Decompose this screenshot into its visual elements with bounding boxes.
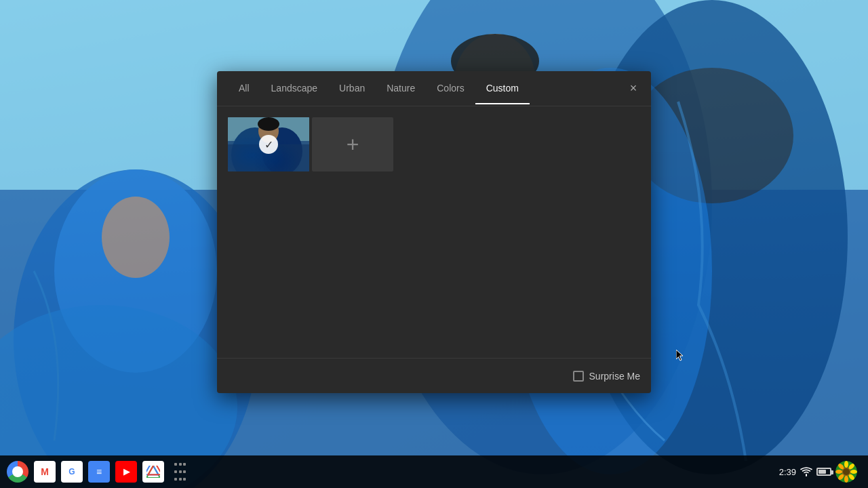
taskbar-app-grid[interactable]: [168, 460, 193, 484]
wallpaper-dialog: All Landscape Urban Nature Colors Custom…: [217, 71, 651, 393]
youtube-icon: ▶: [115, 461, 137, 483]
taskbar-app-youtube[interactable]: ▶: [114, 460, 138, 484]
svg-point-27: [850, 470, 857, 474]
tab-landscape[interactable]: Landscape: [260, 73, 329, 104]
taskbar-system-icons: 2:39: [779, 461, 857, 483]
check-mark: ✓: [259, 135, 278, 154]
taskbar-app-chrome[interactable]: [5, 460, 30, 484]
tab-urban[interactable]: Urban: [328, 73, 376, 104]
taskbar-app-google[interactable]: G: [60, 460, 84, 484]
taskbar-apps: M G ≡ ▶: [5, 460, 779, 484]
svg-point-25: [844, 461, 848, 468]
close-button[interactable]: ×: [624, 79, 643, 98]
drive-svg: [146, 466, 160, 478]
tab-bar: All Landscape Urban Nature Colors Custom: [228, 73, 640, 104]
taskbar-app-docs[interactable]: ≡: [87, 460, 111, 484]
gmail-icon: M: [34, 461, 56, 483]
google-icon: G: [61, 461, 83, 483]
tab-custom[interactable]: Custom: [475, 73, 530, 104]
selected-overlay: ✓: [228, 117, 309, 171]
tab-all[interactable]: All: [228, 73, 260, 104]
add-wallpaper-button[interactable]: +: [312, 117, 393, 171]
battery-icon: [816, 468, 831, 476]
dialog-footer: Surprise Me: [217, 358, 651, 393]
svg-point-31: [835, 470, 842, 474]
svg-point-24: [843, 468, 850, 475]
svg-point-10: [102, 197, 170, 278]
svg-point-29: [844, 476, 848, 483]
chrome-icon: [7, 461, 28, 483]
sunflower-icon: [835, 461, 857, 483]
taskbar: M G ≡ ▶: [0, 455, 868, 488]
wallpaper-thumb-selected[interactable]: ✓: [228, 117, 309, 171]
add-icon: +: [347, 132, 359, 157]
dialog-body: ✓ +: [217, 106, 651, 358]
surprise-me-checkbox[interactable]: [573, 371, 584, 382]
wifi-icon: [800, 466, 812, 477]
taskbar-app-drive[interactable]: [141, 460, 165, 484]
docs-icon: ≡: [88, 461, 110, 483]
surprise-me-label: Surprise Me: [589, 371, 640, 382]
taskbar-app-gmail[interactable]: M: [33, 460, 57, 484]
surprise-me-control[interactable]: Surprise Me: [573, 371, 640, 382]
tab-nature[interactable]: Nature: [376, 73, 426, 104]
wallpaper-thumbnails: ✓ +: [228, 117, 640, 171]
drive-icon: [142, 461, 164, 483]
tab-colors[interactable]: Colors: [426, 73, 475, 104]
wallpaper-shortcut[interactable]: [835, 461, 857, 483]
dialog-header: All Landscape Urban Nature Colors Custom…: [217, 71, 651, 106]
taskbar-clock: 2:39: [779, 467, 796, 477]
grid-icon: [174, 461, 186, 483]
clock-time: 2:39: [779, 467, 796, 477]
